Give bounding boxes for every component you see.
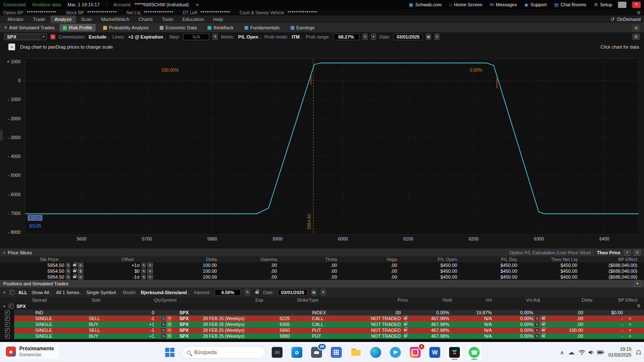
- side-cell[interactable]: BUY: [65, 334, 127, 339]
- position-row[interactable]: ✓ SINGLE BUY +1 ⇅ ▾ SPX 28 FEB 25 (Weekl…: [0, 333, 644, 339]
- analyze-view-tab[interactable]: Fundamentals: [241, 24, 283, 31]
- qty-cell[interactable]: -1: [127, 316, 161, 321]
- prob-mode-value[interactable]: ITM: [292, 34, 303, 39]
- offset-spinner[interactable]: ⇅: [141, 269, 146, 274]
- menu-tab[interactable]: MarketWatch: [97, 16, 133, 23]
- prob-range-dropdown[interactable]: ▾: [371, 34, 376, 40]
- menu-icon[interactable]: ≡: [147, 274, 153, 279]
- vol-adj-spinner[interactable]: ⇅: [535, 322, 539, 327]
- menu-tab[interactable]: Trade: [29, 16, 49, 23]
- ondemand-button[interactable]: ↺ OnDemand: [610, 16, 641, 22]
- collapse-section-button[interactable]: ▾: [634, 281, 641, 287]
- row-checkbox[interactable]: ✓: [5, 328, 10, 333]
- slice-mode-button[interactable]: $: [78, 269, 83, 274]
- remove-row-button[interactable]: ×: [629, 328, 631, 333]
- side-cell[interactable]: SELL: [65, 328, 127, 333]
- close-window-button[interactable]: ×: [632, 2, 641, 8]
- remove-row-button[interactable]: ×: [629, 316, 631, 321]
- show-all-filter[interactable]: Show All: [31, 290, 52, 295]
- position-row[interactable]: ✓ SINGLE SELL -1 ⇅ ▾ SPX 28 FEB 25 (Week…: [0, 327, 644, 333]
- gear-icon[interactable]: ⚙: [636, 303, 641, 309]
- titlebar-link[interactable]: ⚙ Setup: [594, 2, 612, 8]
- price-spinner[interactable]: ⇅: [66, 269, 70, 274]
- titlebar-link[interactable]: ◉ Support: [525, 2, 547, 8]
- menu-icon[interactable]: ≡: [147, 263, 153, 268]
- symbol-filter[interactable]: Single Symbol: [86, 290, 119, 295]
- qty-cell[interactable]: -1: [127, 328, 161, 333]
- add-simulated-trades-button[interactable]: + Add Simulated Trades: [4, 25, 55, 31]
- qty-dropdown[interactable]: ▾: [167, 322, 172, 327]
- remove-row-button[interactable]: ×: [629, 322, 631, 327]
- strike-cell[interactable]: 6225: [270, 316, 299, 321]
- titlebar-link[interactable]: ▣ Schwab.com: [409, 2, 441, 8]
- stk-price-cell[interactable]: 5954.50: [0, 263, 65, 268]
- strike-cell[interactable]: [270, 310, 299, 315]
- strike-cell[interactable]: 5960: [270, 328, 299, 333]
- qty-dropdown[interactable]: ▾: [167, 328, 172, 333]
- symbol-selector[interactable]: SPX ▾: [4, 34, 47, 40]
- analyze-view-tab[interactable]: Economic Data: [156, 24, 200, 31]
- taskbar-app-calculator[interactable]: [328, 344, 344, 360]
- vol-adj-cell[interactable]: 0.00%⇅: [499, 328, 547, 333]
- side-cell[interactable]: BUY: [65, 322, 127, 327]
- strike-cell[interactable]: 5880: [270, 334, 299, 339]
- network-volume-group[interactable]: [579, 350, 604, 355]
- taskbar-app-teams[interactable]: 68: [309, 344, 325, 360]
- add-workspace-button[interactable]: +: [196, 2, 199, 8]
- menu-tab[interactable]: Scan: [77, 16, 96, 23]
- all-checkbox[interactable]: ✓: [10, 290, 14, 295]
- strike-cell[interactable]: 6305: [270, 322, 299, 327]
- stk-price-cell[interactable]: 5954.50: [0, 274, 65, 279]
- titlebar-link[interactable]: ▤ Chat Rooms: [554, 2, 587, 8]
- slice-mode-button[interactable]: σ: [78, 274, 83, 279]
- commission-value[interactable]: Exclude: [89, 34, 109, 39]
- taskbar-app-instagram[interactable]: 1: [407, 344, 423, 360]
- calendar-icon[interactable]: ▦: [426, 34, 431, 40]
- taskbar-app-word[interactable]: W: [427, 344, 443, 360]
- price-slice-row[interactable]: 5954.50 ⇅ $ $0 ⇅ ≡ 100.00 .00 .00 .00: [0, 268, 644, 274]
- vol-adj-spinner[interactable]: ⇅: [535, 328, 539, 333]
- prob-range-spinner[interactable]: ⇅: [363, 34, 368, 40]
- offset-spinner[interactable]: ⇅: [141, 274, 146, 279]
- calc-value[interactable]: Theo Price: [597, 250, 621, 255]
- price-cell[interactable]: NOT TRADED: [345, 328, 415, 333]
- lock-icon[interactable]: [73, 264, 76, 266]
- taskbar-app-desktop[interactable]: [269, 344, 285, 360]
- price-cell[interactable]: NOT TRADED: [345, 316, 415, 321]
- chart-style-icon[interactable]: ≈: [8, 44, 15, 50]
- qty-cell[interactable]: +1: [127, 334, 161, 339]
- qty-cell[interactable]: +1: [127, 322, 161, 327]
- date-spinner[interactable]: ⇅: [434, 34, 439, 40]
- menu-tab[interactable]: Charts: [134, 16, 157, 23]
- lock-icon[interactable]: [73, 270, 76, 272]
- symbol-group-row[interactable]: ▾ ✓ SPX ⚙: [0, 303, 644, 310]
- qty-spinner[interactable]: ⇅: [161, 328, 166, 333]
- price-spinner[interactable]: ⇅: [66, 263, 70, 268]
- analyze-view-tab[interactable]: Probability Analysis: [100, 24, 152, 31]
- lock-icon[interactable]: [73, 276, 76, 278]
- collapse-icon[interactable]: ▾: [3, 251, 5, 255]
- side-cell[interactable]: [65, 310, 127, 315]
- taskbar-app-outlook[interactable]: o: [289, 344, 305, 360]
- analyze-view-tab[interactable]: thinkBack: [204, 24, 237, 31]
- model-value[interactable]: Bjerksund-Stensland: [141, 290, 190, 295]
- analyze-view-tab[interactable]: Risk Profile: [60, 24, 96, 31]
- date-input[interactable]: 03/01/2025: [394, 34, 423, 40]
- slice-mode-button[interactable]: σ: [78, 263, 83, 268]
- panel-grid-button[interactable]: ▤: [632, 34, 640, 40]
- taskbar-app-telegram[interactable]: [387, 344, 403, 360]
- gear-icon[interactable]: ⚙: [637, 10, 641, 15]
- price-cell[interactable]: NOT TRADED: [345, 334, 415, 339]
- menu-icon[interactable]: ≡: [147, 269, 153, 274]
- qty-dropdown[interactable]: ▾: [167, 316, 172, 321]
- alert-icon[interactable]: !: [50, 34, 55, 39]
- calendar-icon[interactable]: ▦: [312, 289, 317, 295]
- add-price-slice-button[interactable]: +: [624, 250, 631, 256]
- price-cell[interactable]: .00: [345, 310, 415, 315]
- chevron-down-icon[interactable]: ▾: [3, 304, 5, 308]
- prob-range-input[interactable]: 68.27%: [333, 34, 359, 40]
- left-panel-handle[interactable]: [0, 130, 3, 141]
- taskbar-search[interactable]: Búsqueda: [182, 346, 265, 359]
- qty-spinner[interactable]: ⇅: [161, 322, 166, 327]
- vol-adj-spinner[interactable]: ⇅: [535, 334, 539, 339]
